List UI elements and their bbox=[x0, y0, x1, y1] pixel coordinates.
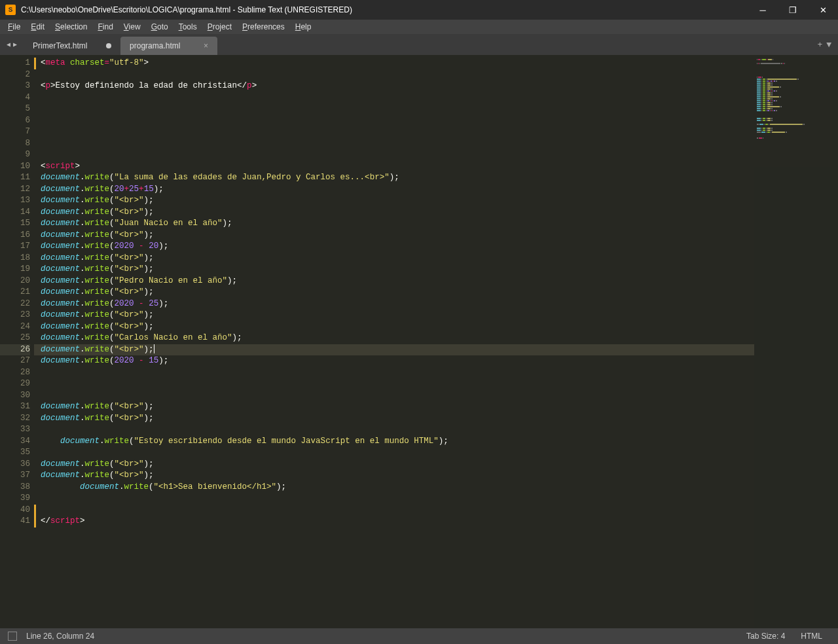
code-line[interactable]: document.write(2020 - 20); bbox=[41, 241, 754, 253]
line-number: 4 bbox=[0, 92, 30, 104]
line-number: 3 bbox=[0, 80, 30, 92]
code-line[interactable]: document.write(2020 - 25); bbox=[41, 298, 754, 310]
line-number: 30 bbox=[0, 390, 30, 402]
code-line[interactable]: document.write("Estoy escribiendo desde … bbox=[41, 436, 754, 448]
code-line[interactable] bbox=[41, 92, 754, 104]
code-line[interactable]: document.write("<br>"); bbox=[41, 470, 754, 482]
line-number: 40 bbox=[0, 505, 30, 516]
line-number: 15 bbox=[0, 218, 30, 230]
line-number: 16 bbox=[0, 230, 30, 241]
line-number: 28 bbox=[0, 367, 30, 379]
code-line[interactable] bbox=[41, 103, 754, 115]
menu-preferences[interactable]: Preferences bbox=[237, 22, 290, 31]
title-bar: S C:\Users\neobo\OneDrive\Escritorio\LOG… bbox=[0, 0, 838, 20]
tab-next-icon[interactable]: ▶ bbox=[12, 41, 18, 48]
code-area[interactable]: <meta charset="utf-8"><p>Estoy definiend… bbox=[34, 55, 754, 628]
line-number: 7 bbox=[0, 126, 30, 138]
code-line[interactable]: <meta charset="utf-8"> bbox=[41, 58, 754, 69]
line-number: 19 bbox=[0, 264, 30, 276]
code-line[interactable] bbox=[41, 69, 754, 81]
line-number: 27 bbox=[0, 355, 30, 367]
menu-find[interactable]: Find bbox=[92, 22, 118, 31]
code-line[interactable] bbox=[41, 493, 754, 505]
modified-marker bbox=[34, 505, 36, 516]
code-line[interactable]: document.write("<br>"); bbox=[41, 413, 754, 425]
code-line[interactable]: document.write("<br>"); bbox=[41, 264, 754, 276]
line-number: 34 bbox=[0, 436, 30, 448]
line-number: 1 bbox=[0, 58, 30, 69]
code-line[interactable] bbox=[41, 378, 754, 390]
code-line[interactable] bbox=[41, 367, 754, 379]
line-number: 23 bbox=[0, 310, 30, 321]
menu-edit[interactable]: Edit bbox=[26, 22, 50, 31]
code-line[interactable]: document.write(2020 - 15); bbox=[41, 355, 754, 367]
menu-view[interactable]: View bbox=[118, 22, 146, 31]
editor-area: 1234567891011121314151617181920212223242… bbox=[0, 55, 838, 628]
code-line[interactable]: document.write("<br>"); bbox=[41, 230, 754, 241]
maximize-button[interactable]: ❐ bbox=[778, 0, 808, 20]
menu-goto[interactable]: Goto bbox=[146, 22, 173, 31]
code-line[interactable]: document.write("<br>"); bbox=[41, 459, 754, 471]
code-line[interactable]: document.write("Pedro Nacio en el año"); bbox=[41, 276, 754, 287]
code-line[interactable]: document.write("<br>"); bbox=[41, 207, 754, 219]
line-number: 10 bbox=[0, 161, 30, 173]
status-syntax[interactable]: HTML bbox=[793, 632, 830, 641]
code-line[interactable]: document.write("<br>"); bbox=[41, 195, 754, 207]
menu-project[interactable]: Project bbox=[202, 22, 237, 31]
code-line[interactable]: document.write("<br>"); bbox=[41, 253, 754, 264]
code-line[interactable] bbox=[41, 115, 754, 127]
code-line[interactable] bbox=[41, 390, 754, 402]
gutter: 1234567891011121314151617181920212223242… bbox=[0, 55, 34, 628]
tab-prev-icon[interactable]: ◀ bbox=[5, 41, 12, 48]
minimize-button[interactable]: ─ bbox=[748, 0, 778, 20]
code-line[interactable]: document.write("<h1>Sea bienvenido</h1>"… bbox=[41, 482, 754, 493]
menu-selection[interactable]: Selection bbox=[50, 22, 92, 31]
line-number: 6 bbox=[0, 115, 30, 127]
minimap[interactable] bbox=[754, 55, 838, 628]
code-line[interactable]: document.write("La suma de las edades de… bbox=[41, 172, 754, 184]
text-cursor bbox=[154, 344, 155, 353]
menu-help[interactable]: Help bbox=[290, 22, 317, 31]
code-line[interactable]: </script> bbox=[41, 516, 754, 528]
window-title: C:\Users\neobo\OneDrive\Escritorio\LOGIC… bbox=[21, 5, 748, 14]
code-line[interactable]: document.write("<br>"); bbox=[41, 401, 754, 413]
status-position: Line 26, Column 24 bbox=[26, 632, 94, 641]
code-line[interactable]: <p>Estoy definiendo la edad de christian… bbox=[41, 80, 754, 92]
modified-marker bbox=[34, 58, 36, 69]
code-line[interactable]: document.write("<br>"); bbox=[41, 287, 754, 298]
line-number: 11 bbox=[0, 172, 30, 184]
line-number: 22 bbox=[0, 298, 30, 310]
code-line[interactable] bbox=[41, 447, 754, 459]
line-number: 39 bbox=[0, 493, 30, 505]
dirty-indicator-icon bbox=[106, 43, 111, 48]
tab-programa-html[interactable]: programa.html× bbox=[120, 37, 217, 55]
tab-primertext-html[interactable]: PrimerText.html bbox=[24, 37, 120, 55]
panel-toggle-icon[interactable] bbox=[8, 632, 17, 641]
code-line[interactable] bbox=[41, 138, 754, 150]
code-line[interactable]: document.write("Carlos Nacio en el año")… bbox=[41, 332, 754, 344]
close-tab-icon[interactable]: × bbox=[193, 41, 208, 50]
code-line[interactable]: document.write("Juan Nacio en el año"); bbox=[41, 218, 754, 230]
code-line[interactable] bbox=[41, 424, 754, 436]
code-line[interactable]: <script> bbox=[41, 161, 754, 173]
new-tab-icon[interactable]: + bbox=[817, 40, 822, 50]
close-button[interactable]: ✕ bbox=[808, 0, 838, 20]
tab-label: programa.html bbox=[130, 41, 180, 50]
tab-bar: ◀ ▶ PrimerText.htmlprograma.html× + ▼ bbox=[0, 34, 838, 55]
menu-tools[interactable]: Tools bbox=[173, 22, 202, 31]
line-number: 2 bbox=[0, 69, 30, 81]
line-number: 12 bbox=[0, 184, 30, 196]
line-number: 8 bbox=[0, 138, 30, 150]
line-number: 31 bbox=[0, 401, 30, 413]
code-line[interactable]: document.write("<br>"); bbox=[41, 321, 754, 333]
code-line[interactable] bbox=[41, 126, 754, 138]
status-tabsize[interactable]: Tab Size: 4 bbox=[738, 632, 793, 641]
line-number: 36 bbox=[0, 459, 30, 471]
code-line[interactable] bbox=[41, 149, 754, 161]
code-line[interactable] bbox=[41, 505, 754, 516]
tab-menu-icon[interactable]: ▼ bbox=[826, 40, 831, 50]
code-line[interactable]: document.write(20+25+15); bbox=[41, 184, 754, 196]
code-line[interactable]: document.write("<br>"); bbox=[41, 310, 754, 321]
line-number: 37 bbox=[0, 470, 30, 482]
menu-file[interactable]: File bbox=[3, 22, 26, 31]
